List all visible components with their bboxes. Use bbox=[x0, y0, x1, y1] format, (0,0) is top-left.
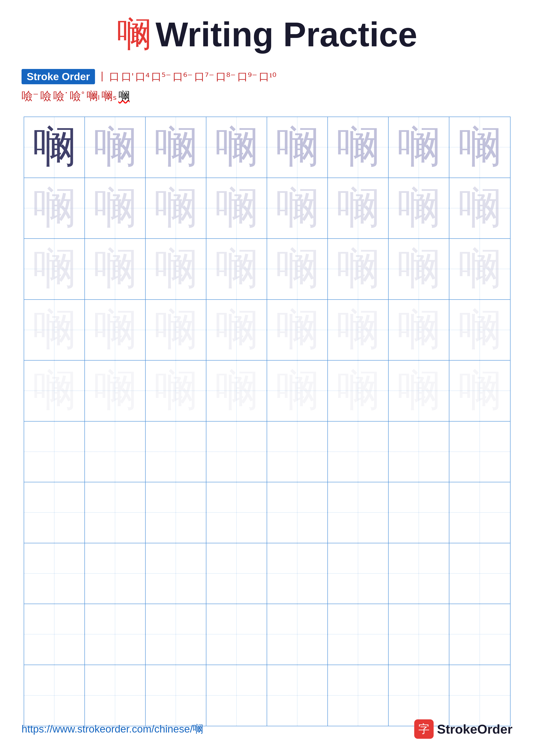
grid-cell-6-4[interactable] bbox=[206, 421, 267, 482]
grid-cell-8-5[interactable] bbox=[267, 543, 328, 604]
grid-cell-6-3[interactable] bbox=[146, 421, 206, 482]
practice-char-fade2: 㘎 bbox=[33, 187, 76, 230]
grid-cell-5-1[interactable]: 㘎 bbox=[24, 361, 85, 421]
grid-cell-3-4[interactable]: 㘎 bbox=[206, 239, 267, 300]
grid-cell-8-4[interactable] bbox=[206, 543, 267, 604]
grid-cell-5-3[interactable]: 㘎 bbox=[146, 361, 206, 421]
grid-cell-3-5[interactable]: 㘎 bbox=[267, 239, 328, 300]
grid-cell-2-1[interactable]: 㘎 bbox=[24, 178, 85, 239]
grid-cell-10-2[interactable] bbox=[85, 665, 146, 726]
grid-cell-8-2[interactable] bbox=[85, 543, 146, 604]
stroke-step-5: 口⁵⁻ bbox=[151, 70, 171, 84]
stroke-step-17: 㘎 bbox=[118, 89, 130, 104]
stroke-order-badge: Stroke Order bbox=[21, 69, 95, 84]
grid-cell-4-1[interactable]: 㘎 bbox=[24, 300, 85, 361]
grid-cell-3-7[interactable]: 㘎 bbox=[389, 239, 449, 300]
grid-cell-3-2[interactable]: 㘎 bbox=[85, 239, 146, 300]
grid-cell-7-6[interactable] bbox=[328, 482, 389, 543]
grid-cell-9-8[interactable] bbox=[449, 604, 510, 665]
grid-cell-10-5[interactable] bbox=[267, 665, 328, 726]
grid-cell-5-4[interactable]: 㘎 bbox=[206, 361, 267, 421]
grid-cell-5-7[interactable]: 㘎 bbox=[389, 361, 449, 421]
practice-char-fade2: 㘎 bbox=[93, 187, 137, 230]
practice-char-faint: 㘎 bbox=[397, 369, 440, 412]
grid-cell-7-8[interactable] bbox=[449, 482, 510, 543]
grid-cell-7-5[interactable] bbox=[267, 482, 328, 543]
grid-cell-9-7[interactable] bbox=[389, 604, 449, 665]
grid-cell-8-3[interactable] bbox=[146, 543, 206, 604]
grid-cell-8-8[interactable] bbox=[449, 543, 510, 604]
practice-char-faint: 㘎 bbox=[276, 369, 319, 412]
grid-cell-3-3[interactable]: 㘎 bbox=[146, 239, 206, 300]
grid-cell-9-2[interactable] bbox=[85, 604, 146, 665]
footer-url[interactable]: https://www.strokeorder.com/chinese/㘎 bbox=[21, 722, 203, 736]
grid-cell-3-8[interactable]: 㘎 bbox=[449, 239, 510, 300]
grid-cell-1-8[interactable]: 㘎 bbox=[449, 117, 510, 178]
grid-cell-1-1[interactable]: 㘎 bbox=[24, 117, 85, 178]
grid-cell-9-4[interactable] bbox=[206, 604, 267, 665]
grid-row-5: 㘎 㘎 㘎 㘎 㘎 㘎 㘎 㘎 bbox=[24, 361, 510, 421]
grid-row-6 bbox=[24, 421, 510, 482]
grid-cell-7-7[interactable] bbox=[389, 482, 449, 543]
grid-cell-4-8[interactable]: 㘎 bbox=[449, 300, 510, 361]
grid-cell-2-7[interactable]: 㘎 bbox=[389, 178, 449, 239]
grid-cell-5-8[interactable]: 㘎 bbox=[449, 361, 510, 421]
grid-cell-8-6[interactable] bbox=[328, 543, 389, 604]
grid-cell-4-3[interactable]: 㘎 bbox=[146, 300, 206, 361]
grid-cell-10-6[interactable] bbox=[328, 665, 389, 726]
grid-cell-2-8[interactable]: 㘎 bbox=[449, 178, 510, 239]
title-text: Writing Practice bbox=[156, 17, 417, 52]
grid-cell-10-4[interactable] bbox=[206, 665, 267, 726]
grid-cell-10-8[interactable] bbox=[449, 665, 510, 726]
grid-cell-6-8[interactable] bbox=[449, 421, 510, 482]
grid-row-4: 㘎 㘎 㘎 㘎 㘎 㘎 㘎 㘎 bbox=[24, 300, 510, 361]
grid-cell-2-5[interactable]: 㘎 bbox=[267, 178, 328, 239]
grid-cell-4-2[interactable]: 㘎 bbox=[85, 300, 146, 361]
grid-cell-1-3[interactable]: 㘎 bbox=[146, 117, 206, 178]
grid-cell-8-1[interactable] bbox=[24, 543, 85, 604]
grid-cell-4-6[interactable]: 㘎 bbox=[328, 300, 389, 361]
practice-char-fade2: 㘎 bbox=[337, 187, 380, 230]
practice-char-fade2: 㘎 bbox=[154, 187, 197, 230]
grid-cell-6-6[interactable] bbox=[328, 421, 389, 482]
practice-char-dark: 㘎 bbox=[33, 126, 76, 169]
footer-brand: 字 StrokeOrder bbox=[414, 719, 513, 739]
grid-cell-6-2[interactable] bbox=[85, 421, 146, 482]
grid-cell-7-4[interactable] bbox=[206, 482, 267, 543]
grid-cell-4-5[interactable]: 㘎 bbox=[267, 300, 328, 361]
grid-cell-9-3[interactable] bbox=[146, 604, 206, 665]
grid-cell-4-4[interactable]: 㘎 bbox=[206, 300, 267, 361]
grid-cell-5-5[interactable]: 㘎 bbox=[267, 361, 328, 421]
grid-cell-1-6[interactable]: 㘎 bbox=[328, 117, 389, 178]
grid-cell-3-1[interactable]: 㘎 bbox=[24, 239, 85, 300]
grid-cell-2-2[interactable]: 㘎 bbox=[85, 178, 146, 239]
grid-row-9 bbox=[24, 604, 510, 665]
grid-cell-2-6[interactable]: 㘎 bbox=[328, 178, 389, 239]
grid-cell-2-4[interactable]: 㘎 bbox=[206, 178, 267, 239]
grid-cell-6-5[interactable] bbox=[267, 421, 328, 482]
grid-cell-1-4[interactable]: 㘎 bbox=[206, 117, 267, 178]
grid-cell-5-2[interactable]: 㘎 bbox=[85, 361, 146, 421]
grid-cell-7-2[interactable] bbox=[85, 482, 146, 543]
grid-cell-9-1[interactable] bbox=[24, 604, 85, 665]
grid-cell-7-3[interactable] bbox=[146, 482, 206, 543]
grid-cell-10-7[interactable] bbox=[389, 665, 449, 726]
grid-cell-9-6[interactable] bbox=[328, 604, 389, 665]
grid-cell-8-7[interactable] bbox=[389, 543, 449, 604]
grid-cell-7-1[interactable] bbox=[24, 482, 85, 543]
grid-cell-1-5[interactable]: 㘎 bbox=[267, 117, 328, 178]
grid-cell-1-2[interactable]: 㘎 bbox=[85, 117, 146, 178]
grid-cell-9-5[interactable] bbox=[267, 604, 328, 665]
grid-cell-2-3[interactable]: 㘎 bbox=[146, 178, 206, 239]
grid-cell-6-7[interactable] bbox=[389, 421, 449, 482]
grid-cell-6-1[interactable] bbox=[24, 421, 85, 482]
grid-cell-1-7[interactable]: 㘎 bbox=[389, 117, 449, 178]
grid-cell-3-6[interactable]: 㘎 bbox=[328, 239, 389, 300]
practice-char-fade3: 㘎 bbox=[215, 247, 258, 290]
grid-cell-4-7[interactable]: 㘎 bbox=[389, 300, 449, 361]
grid-cell-5-6[interactable]: 㘎 bbox=[328, 361, 389, 421]
grid-cell-10-1[interactable] bbox=[24, 665, 85, 726]
grid-row-1: 㘎 㘎 㘎 㘎 㘎 㘎 㘎 㘎 bbox=[24, 117, 510, 178]
stroke-step-11: 噞⁻ bbox=[21, 89, 38, 104]
grid-cell-10-3[interactable] bbox=[146, 665, 206, 726]
